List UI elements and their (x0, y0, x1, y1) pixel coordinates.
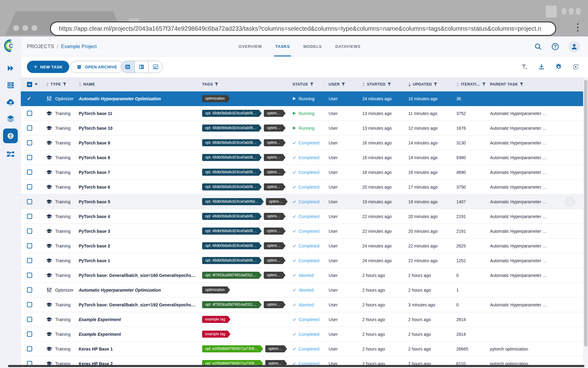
breadcrumb-projects[interactable]: PROJECTS (27, 44, 54, 49)
sort-icon[interactable] (408, 82, 411, 87)
filter-icon[interactable] (63, 82, 66, 86)
tag-chip: optimi… (264, 242, 285, 249)
selection-menu-caret[interactable] (35, 83, 38, 85)
column-header-updated[interactable]: UPDATED (408, 82, 456, 87)
table-row[interactable]: ✓ Training PyTorch base 2 opt: 48db0b8a6… (21, 239, 583, 253)
filter-icon[interactable] (520, 82, 523, 86)
task-started: 18 minutes ago (362, 170, 408, 175)
row-checkbox[interactable] (27, 170, 32, 175)
table-row[interactable]: ✓ Training PyTorch base 11 opt: 48db0b8a… (21, 106, 583, 121)
task-started: 16 minutes ago (362, 140, 408, 145)
table-row[interactable]: ✓ Training PyTorch base 6 opt: 48db0b8a6… (21, 180, 583, 194)
column-header-parent[interactable]: PARENT TASK (490, 82, 583, 86)
filter-icon[interactable] (215, 82, 218, 86)
row-checkbox[interactable] (27, 184, 32, 190)
browser-menu-icon[interactable] (577, 23, 579, 33)
table-row[interactable]: ✓ Training Example Experiment example ta… (21, 312, 583, 327)
filter-icon[interactable] (387, 82, 391, 86)
column-header-started[interactable]: STARTED (362, 82, 408, 87)
task-started: 2 hours ago (362, 302, 408, 307)
row-checkbox[interactable] (27, 243, 32, 248)
clear-filters-icon[interactable] (521, 63, 528, 71)
sidebar-item-applications[interactable] (0, 95, 21, 109)
clearml-logo[interactable]: C (3, 39, 17, 53)
row-checkbox[interactable] (27, 125, 32, 131)
address-bar[interactable]: https://app.clear.ml/projects/2043a1657f… (50, 21, 556, 36)
filter-icon[interactable] (434, 82, 437, 86)
status-label: Completed (299, 155, 319, 160)
row-checkbox[interactable] (27, 346, 32, 351)
table-row[interactable]: ✓ Training PyTorch base 9 opt: 48db0b8a6… (21, 136, 583, 150)
sidebar-item-getting-started[interactable] (0, 61, 21, 75)
task-status: Running (292, 111, 329, 116)
row-actions-button[interactable] (565, 197, 575, 207)
filter-icon[interactable] (341, 82, 345, 86)
tab-label: OVERVIEW (239, 44, 262, 49)
row-checkbox[interactable] (27, 317, 32, 322)
table-row[interactable]: ✓ Training PyTorch base 8 opt: 48db0b8a6… (21, 150, 583, 165)
task-type: Training (55, 126, 70, 131)
row-checkbox[interactable] (27, 214, 32, 219)
table-row[interactable]: ✓ Training PyTorch base: General/batch_s… (21, 268, 583, 283)
sidebar-item-pipelines[interactable] (0, 147, 21, 161)
table-row[interactable]: ✓ Training Example Experiment example ta… (21, 327, 583, 342)
row-checkbox[interactable] (27, 332, 32, 337)
filter-icon[interactable] (310, 82, 314, 86)
task-tags: opt: 48db0b8a6c824ce0ab06…optimi… (202, 139, 292, 146)
column-header-type[interactable]: TYPE (46, 82, 79, 87)
table-row[interactable]: ✓ Training PyTorch base 7 opt: 48db0b8a6… (21, 165, 583, 180)
table-view-button[interactable] (121, 61, 135, 73)
column-header-status[interactable]: STATUS (292, 82, 329, 86)
table-row[interactable]: ✓ Training PyTorch base 1 opt: 48db0b8a6… (21, 253, 583, 268)
settings-gear-icon[interactable] (555, 63, 562, 71)
tab-tasks[interactable]: TASKS (275, 36, 290, 56)
table-row[interactable]: ✓ Training Keras HP Base 1 opt: e205d684… (21, 342, 583, 356)
table-row[interactable]: ✓ Training PyTorch base 4 opt: 48db0b8a6… (21, 209, 583, 224)
row-checkbox[interactable] (27, 199, 32, 204)
scrollbar-thumb[interactable] (584, 80, 587, 347)
row-checkbox[interactable] (27, 155, 32, 160)
column-header-tags[interactable]: TAGS (202, 82, 292, 86)
row-checkbox[interactable] (27, 228, 32, 234)
select-all-checkbox[interactable] (27, 82, 32, 87)
help-icon[interactable] (551, 43, 559, 51)
sidebar-item-projects[interactable] (3, 128, 18, 143)
tab-dataviews[interactable]: DATAVIEWS (335, 36, 360, 56)
status-label: Completed (299, 229, 319, 234)
row-checkbox[interactable] (27, 111, 32, 116)
sort-icon[interactable] (79, 82, 81, 87)
row-checkbox[interactable] (27, 258, 32, 263)
table-row[interactable]: ✓ Training PyTorch base 3 opt: 48db0b8a6… (21, 224, 583, 239)
row-checkbox[interactable] (27, 302, 32, 307)
row-checkbox[interactable] (27, 287, 32, 293)
tab-models[interactable]: MODELS (303, 36, 322, 56)
tab-label: DATAVIEWS (335, 44, 360, 49)
detail-view-button[interactable] (135, 61, 149, 73)
sort-icon[interactable] (456, 82, 459, 87)
row-checkbox[interactable] (27, 140, 32, 145)
sort-icon[interactable] (362, 82, 365, 87)
new-task-button[interactable]: + NEW TASK (27, 61, 69, 73)
sort-icon[interactable] (46, 82, 49, 87)
table-row[interactable]: ✓ Training PyTorch base 10 opt: 48db0b8a… (21, 121, 583, 136)
auto-refresh-icon[interactable] (572, 63, 579, 71)
tab-overview[interactable]: OVERVIEW (239, 36, 262, 56)
column-header-name[interactable]: NAME (79, 82, 202, 87)
search-icon[interactable] (534, 43, 542, 51)
open-archive-button[interactable]: OPEN ARCHIVE (70, 61, 124, 73)
column-header-user[interactable]: USER (329, 82, 362, 86)
table-row[interactable]: ✓ Training PyTorch base: General/batch_s… (21, 297, 583, 312)
sidebar-item-datasets[interactable] (0, 111, 21, 126)
breadcrumb-current-project[interactable]: Example Project (61, 44, 97, 49)
table-row[interactable]: ✓ Optimizer Automatic Hyperparameter Opt… (21, 283, 583, 297)
table-row[interactable]: ✓ Training PyTorch base 5 opt: 48db0b8a6… (21, 194, 583, 209)
download-icon[interactable] (538, 63, 545, 71)
sidebar-item-workers-queues[interactable] (0, 78, 21, 92)
compare-view-button[interactable] (149, 61, 162, 73)
row-checkbox[interactable] (27, 273, 32, 278)
table-row[interactable]: ✓ Optimizer Automatic Hyperparameter Opt… (21, 91, 583, 106)
window-traffic-lights (13, 25, 37, 31)
user-avatar[interactable] (568, 41, 580, 52)
column-header-iterations[interactable]: ITERATI… (456, 82, 490, 87)
filter-icon[interactable] (482, 82, 486, 86)
